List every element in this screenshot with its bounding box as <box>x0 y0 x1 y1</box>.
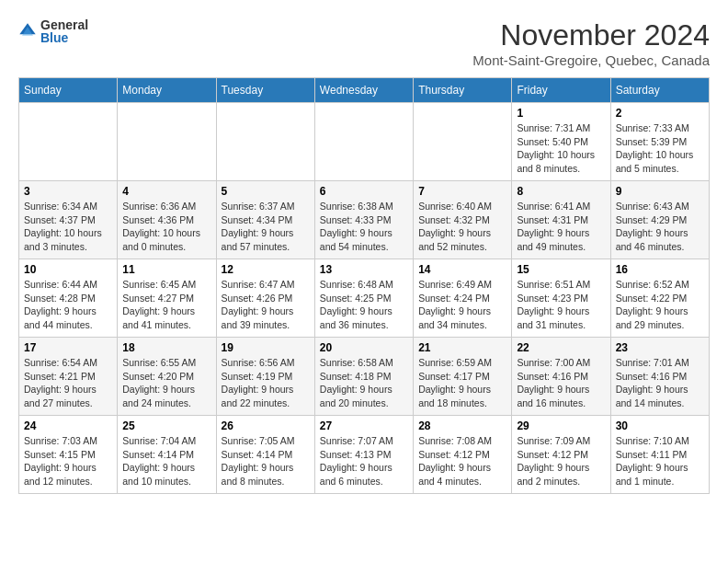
day-number: 28 <box>418 419 506 432</box>
calendar-cell: 30Sunrise: 7:10 AM Sunset: 4:11 PM Dayli… <box>610 416 709 494</box>
day-number: 7 <box>418 185 506 198</box>
month-title: November 2024 <box>472 18 710 52</box>
calendar-cell: 6Sunrise: 6:38 AM Sunset: 4:33 PM Daylig… <box>314 181 413 259</box>
calendar-cell: 24Sunrise: 7:03 AM Sunset: 4:15 PM Dayli… <box>19 416 118 494</box>
day-content: Sunrise: 6:55 AM Sunset: 4:20 PM Dayligh… <box>122 356 210 410</box>
calendar-cell: 7Sunrise: 6:40 AM Sunset: 4:32 PM Daylig… <box>414 181 512 259</box>
logo-icon <box>18 22 37 40</box>
day-content: Sunrise: 7:01 AM Sunset: 4:16 PM Dayligh… <box>616 356 704 410</box>
calendar-cell <box>314 103 413 181</box>
calendar-cell: 5Sunrise: 6:37 AM Sunset: 4:34 PM Daylig… <box>216 181 314 259</box>
day-content: Sunrise: 6:34 AM Sunset: 4:37 PM Dayligh… <box>24 200 112 254</box>
day-content: Sunrise: 7:00 AM Sunset: 4:16 PM Dayligh… <box>517 356 605 410</box>
calendar-body: 1Sunrise: 7:31 AM Sunset: 5:40 PM Daylig… <box>19 103 710 494</box>
day-number: 25 <box>122 419 210 432</box>
weekday-row: SundayMondayTuesdayWednesdayThursdayFrid… <box>19 78 710 103</box>
day-number: 27 <box>320 419 408 432</box>
page-header: General Blue November 2024 Mont-Saint-Gr… <box>18 18 710 68</box>
calendar-cell: 25Sunrise: 7:04 AM Sunset: 4:14 PM Dayli… <box>118 416 216 494</box>
day-number: 18 <box>122 341 210 354</box>
day-content: Sunrise: 7:04 AM Sunset: 4:14 PM Dayligh… <box>122 434 210 488</box>
day-number: 26 <box>222 419 310 432</box>
calendar-row: 3Sunrise: 6:34 AM Sunset: 4:37 PM Daylig… <box>19 181 710 259</box>
day-number: 4 <box>122 185 210 198</box>
day-number: 14 <box>418 263 506 276</box>
day-number: 20 <box>320 341 408 354</box>
day-content: Sunrise: 6:37 AM Sunset: 4:34 PM Dayligh… <box>222 200 310 254</box>
day-content: Sunrise: 6:44 AM Sunset: 4:28 PM Dayligh… <box>24 278 112 332</box>
day-number: 13 <box>320 263 408 276</box>
day-number: 21 <box>418 341 506 354</box>
calendar-cell: 3Sunrise: 6:34 AM Sunset: 4:37 PM Daylig… <box>19 181 118 259</box>
logo: General Blue <box>18 18 88 44</box>
location-subtitle: Mont-Saint-Gregoire, Quebec, Canada <box>472 52 710 68</box>
weekday-header-sunday: Sunday <box>19 78 118 103</box>
calendar-cell: 15Sunrise: 6:51 AM Sunset: 4:23 PM Dayli… <box>512 259 610 338</box>
day-content: Sunrise: 7:33 AM Sunset: 5:39 PM Dayligh… <box>616 121 704 176</box>
calendar-cell: 12Sunrise: 6:47 AM Sunset: 4:26 PM Dayli… <box>216 259 314 338</box>
weekday-header-monday: Monday <box>118 78 216 103</box>
weekday-header-wednesday: Wednesday <box>314 78 413 103</box>
calendar-row: 17Sunrise: 6:54 AM Sunset: 4:21 PM Dayli… <box>19 338 710 416</box>
day-number: 24 <box>24 419 112 432</box>
day-number: 29 <box>517 419 605 432</box>
day-content: Sunrise: 6:58 AM Sunset: 4:18 PM Dayligh… <box>320 356 408 410</box>
calendar-cell: 21Sunrise: 6:59 AM Sunset: 4:17 PM Dayli… <box>414 338 512 416</box>
calendar-cell: 13Sunrise: 6:48 AM Sunset: 4:25 PM Dayli… <box>314 259 413 338</box>
day-number: 22 <box>517 341 605 354</box>
day-content: Sunrise: 6:47 AM Sunset: 4:26 PM Dayligh… <box>222 278 310 332</box>
day-content: Sunrise: 7:31 AM Sunset: 5:40 PM Dayligh… <box>517 121 605 176</box>
calendar-cell: 22Sunrise: 7:00 AM Sunset: 4:16 PM Dayli… <box>512 338 610 416</box>
weekday-header-friday: Friday <box>512 78 610 103</box>
day-content: Sunrise: 7:05 AM Sunset: 4:14 PM Dayligh… <box>222 434 310 488</box>
day-number: 30 <box>616 419 704 432</box>
calendar-cell: 2Sunrise: 7:33 AM Sunset: 5:39 PM Daylig… <box>610 103 709 181</box>
day-number: 11 <box>122 263 210 276</box>
day-number: 19 <box>222 341 310 354</box>
calendar-cell: 19Sunrise: 6:56 AM Sunset: 4:19 PM Dayli… <box>216 338 314 416</box>
calendar-row: 24Sunrise: 7:03 AM Sunset: 4:15 PM Dayli… <box>19 416 710 494</box>
day-number: 6 <box>320 185 408 198</box>
calendar-cell: 4Sunrise: 6:36 AM Sunset: 4:36 PM Daylig… <box>118 181 216 259</box>
logo-blue-text: Blue <box>40 31 88 44</box>
day-number: 3 <box>24 185 112 198</box>
day-content: Sunrise: 6:45 AM Sunset: 4:27 PM Dayligh… <box>122 278 210 332</box>
day-content: Sunrise: 6:41 AM Sunset: 4:31 PM Dayligh… <box>517 200 605 254</box>
calendar-cell: 23Sunrise: 7:01 AM Sunset: 4:16 PM Dayli… <box>610 338 709 416</box>
day-content: Sunrise: 6:48 AM Sunset: 4:25 PM Dayligh… <box>320 278 408 332</box>
day-number: 9 <box>616 185 704 198</box>
calendar-cell <box>19 103 118 181</box>
calendar-cell: 18Sunrise: 6:55 AM Sunset: 4:20 PM Dayli… <box>118 338 216 416</box>
calendar-cell: 26Sunrise: 7:05 AM Sunset: 4:14 PM Dayli… <box>216 416 314 494</box>
day-content: Sunrise: 6:36 AM Sunset: 4:36 PM Dayligh… <box>122 200 210 254</box>
day-number: 23 <box>616 341 704 354</box>
day-number: 16 <box>616 263 704 276</box>
day-content: Sunrise: 7:07 AM Sunset: 4:13 PM Dayligh… <box>320 434 408 488</box>
day-content: Sunrise: 6:43 AM Sunset: 4:29 PM Dayligh… <box>616 200 704 254</box>
calendar-cell: 29Sunrise: 7:09 AM Sunset: 4:12 PM Dayli… <box>512 416 610 494</box>
calendar-cell: 1Sunrise: 7:31 AM Sunset: 5:40 PM Daylig… <box>512 103 610 181</box>
title-section: November 2024 Mont-Saint-Gregoire, Quebe… <box>472 18 710 68</box>
calendar-cell: 16Sunrise: 6:52 AM Sunset: 4:22 PM Dayli… <box>610 259 709 338</box>
day-content: Sunrise: 7:08 AM Sunset: 4:12 PM Dayligh… <box>418 434 506 488</box>
calendar-cell: 28Sunrise: 7:08 AM Sunset: 4:12 PM Dayli… <box>414 416 512 494</box>
day-content: Sunrise: 6:40 AM Sunset: 4:32 PM Dayligh… <box>418 200 506 254</box>
day-content: Sunrise: 6:51 AM Sunset: 4:23 PM Dayligh… <box>517 278 605 332</box>
calendar-cell <box>414 103 512 181</box>
day-number: 15 <box>517 263 605 276</box>
day-number: 8 <box>517 185 605 198</box>
logo-general-text: General <box>40 18 88 31</box>
day-content: Sunrise: 7:09 AM Sunset: 4:12 PM Dayligh… <box>517 434 605 488</box>
day-content: Sunrise: 7:03 AM Sunset: 4:15 PM Dayligh… <box>24 434 112 488</box>
calendar-cell: 10Sunrise: 6:44 AM Sunset: 4:28 PM Dayli… <box>19 259 118 338</box>
day-content: Sunrise: 6:56 AM Sunset: 4:19 PM Dayligh… <box>222 356 310 410</box>
day-content: Sunrise: 6:59 AM Sunset: 4:17 PM Dayligh… <box>418 356 506 410</box>
calendar-table: SundayMondayTuesdayWednesdayThursdayFrid… <box>18 77 710 494</box>
day-number: 2 <box>616 107 704 120</box>
calendar-cell: 20Sunrise: 6:58 AM Sunset: 4:18 PM Dayli… <box>314 338 413 416</box>
calendar-header: SundayMondayTuesdayWednesdayThursdayFrid… <box>19 78 710 103</box>
calendar-row: 1Sunrise: 7:31 AM Sunset: 5:40 PM Daylig… <box>19 103 710 181</box>
calendar-cell: 9Sunrise: 6:43 AM Sunset: 4:29 PM Daylig… <box>610 181 709 259</box>
weekday-header-thursday: Thursday <box>414 78 512 103</box>
day-content: Sunrise: 7:10 AM Sunset: 4:11 PM Dayligh… <box>616 434 704 488</box>
